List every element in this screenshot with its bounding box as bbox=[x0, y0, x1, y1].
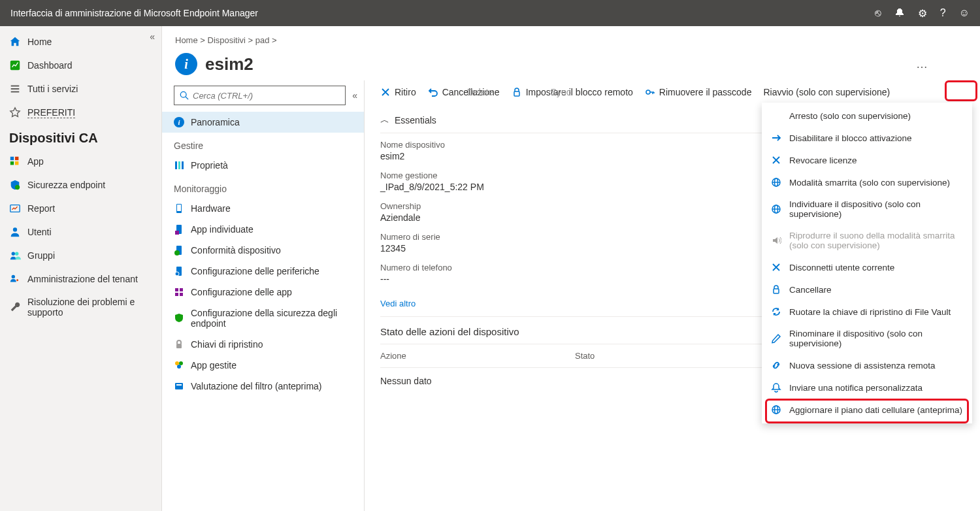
svg-point-23 bbox=[175, 272, 179, 276]
nav-item-list[interactable]: Tutti i servizi bbox=[0, 77, 161, 101]
monitor-icon-4 bbox=[174, 287, 184, 297]
subnav-label: App individuate bbox=[191, 224, 253, 235]
menu-item-6[interactable]: Disconnetti utente corrente bbox=[762, 256, 972, 278]
nav-item-star[interactable]: PREFERITI bbox=[0, 101, 161, 124]
svg-rect-14 bbox=[178, 161, 180, 169]
lock-icon bbox=[771, 284, 781, 295]
refresh-icon bbox=[771, 306, 781, 317]
toolbar-riavvio[interactable]: Riavvio (solo con supervisione) bbox=[763, 87, 890, 97]
collapse-subnav-icon[interactable]: « bbox=[352, 90, 357, 101]
globe-icon bbox=[771, 204, 781, 214]
sound-icon bbox=[771, 235, 781, 246]
svg-rect-24 bbox=[175, 288, 178, 291]
left-nav: « HomeDashboardTutti i serviziPREFERITI … bbox=[0, 26, 162, 511]
monitor-icon-5 bbox=[174, 313, 184, 323]
more-button[interactable]: … bbox=[916, 58, 928, 71]
nav-item-dashboard[interactable]: Dashboard bbox=[0, 54, 161, 77]
menu-label: Individuare il dispositivo (solo con sup… bbox=[789, 199, 963, 219]
list-icon bbox=[9, 83, 21, 95]
nav-label: Utenti bbox=[27, 227, 52, 237]
wrench-icon bbox=[9, 301, 21, 313]
menu-item-1[interactable]: Disabilitare il blocco attivazione bbox=[762, 127, 972, 149]
nav-item-user[interactable]: Utenti bbox=[0, 220, 161, 244]
menu-label: Modalità smarrita (solo con supervisione… bbox=[789, 178, 950, 188]
menu-label: Inviare una notifica personalizzata bbox=[789, 383, 923, 393]
subnav-monitor-item[interactable]: Chiavi di ripristino bbox=[162, 334, 364, 355]
subnav-label: Proprietà bbox=[191, 160, 228, 171]
toolbar-cancellazione[interactable]: CancellazioneDelete bbox=[428, 87, 500, 97]
subnav-overview[interactable]: i Panoramica bbox=[162, 112, 364, 133]
subnav-monitor-item[interactable]: App gestite bbox=[162, 355, 364, 376]
subnav-monitor-item[interactable]: Hardware bbox=[162, 198, 364, 219]
menu-item-2[interactable]: Revocare licenze bbox=[762, 149, 972, 171]
subnav-monitor-item[interactable]: Configurazione delle app bbox=[162, 282, 364, 303]
subnav-monitor-item[interactable]: Configurazione della sicurezza degli end… bbox=[162, 303, 364, 334]
chevron-up-icon: ︿ bbox=[380, 114, 389, 126]
nav-item-shield[interactable]: Sicurezza endpoint bbox=[0, 173, 161, 197]
breadcrumb[interactable]: Home > Dispositivi > pad > bbox=[162, 26, 980, 45]
menu-item-3[interactable]: Modalità smarrita (solo con supervisione… bbox=[762, 171, 972, 193]
subnav-monitor-item[interactable]: Configurazione delle periferiche bbox=[162, 261, 364, 282]
toolbar-ritiro[interactable]: Ritiro bbox=[380, 87, 416, 97]
shield-icon bbox=[9, 179, 21, 191]
nav-label: App bbox=[27, 156, 44, 167]
user-icon bbox=[9, 226, 21, 238]
subnav-monitor-item[interactable]: Valutazione del filtro (anteprima) bbox=[162, 376, 364, 397]
nav-item-home[interactable]: Home bbox=[0, 30, 161, 54]
apps-icon bbox=[9, 156, 21, 167]
menu-item-12[interactable]: Aggiornare il piano dati cellulare (ante… bbox=[762, 399, 972, 421]
promo-icon[interactable]: ⎋ bbox=[875, 7, 881, 19]
subnav-label: Valutazione del filtro (anteprima) bbox=[191, 381, 322, 391]
menu-item-4[interactable]: Individuare il dispositivo (solo con sup… bbox=[762, 193, 972, 225]
toolbar-label: Riavvio (solo con supervisione) bbox=[763, 87, 890, 97]
notifications-icon[interactable]: 🔔︎ bbox=[894, 7, 905, 19]
nav-item-apps[interactable]: App bbox=[0, 150, 161, 173]
subnav-monitor-item[interactable]: Conformità dispositivo bbox=[162, 240, 364, 261]
svg-rect-28 bbox=[176, 344, 182, 348]
subnav-monitor-header: Monitoraggio bbox=[162, 176, 364, 198]
info-icon: i bbox=[175, 53, 197, 75]
nav-item-report[interactable]: Report bbox=[0, 197, 161, 220]
menu-label: Revocare licenze bbox=[789, 156, 857, 165]
menu-item-8[interactable]: Ruotare la chiave di ripristino di File … bbox=[762, 301, 972, 323]
collapse-leftnav-icon[interactable]: « bbox=[150, 31, 155, 42]
menu-label: Cancellare bbox=[789, 285, 832, 295]
bell-icon bbox=[771, 382, 781, 393]
menu-item-10[interactable]: Nuova sessione di assistenza remota bbox=[762, 354, 972, 376]
toolbar-impostare[interactable]: Impostare il blocco remotoSync bbox=[512, 87, 633, 97]
svg-rect-15 bbox=[182, 161, 184, 169]
subnav-label: Conformità dispositivo bbox=[191, 245, 281, 256]
svg-rect-32 bbox=[175, 383, 183, 389]
nav-label: Home bbox=[27, 37, 52, 47]
menu-item-9[interactable]: Rinominare il dispositivo (solo con supe… bbox=[762, 323, 972, 354]
search-input[interactable] bbox=[193, 91, 340, 101]
svg-point-11 bbox=[180, 91, 186, 97]
globe-icon bbox=[771, 177, 781, 188]
monitor-icon-2 bbox=[174, 245, 184, 256]
toolbar-label: Rimuovere il passcode bbox=[659, 87, 752, 97]
x-icon bbox=[380, 87, 391, 97]
toolbar-label: Impostare il blocco remoto bbox=[526, 87, 633, 97]
menu-item-0[interactable]: Arresto (solo con supervisione) bbox=[762, 105, 972, 127]
svg-rect-19 bbox=[175, 231, 179, 235]
subnav-manage-item[interactable]: Proprietà bbox=[162, 155, 364, 176]
menu-item-7[interactable]: Cancellare bbox=[762, 278, 972, 301]
menu-item-11[interactable]: Inviare una notifica personalizzata bbox=[762, 376, 972, 399]
feedback-icon[interactable]: ☺ bbox=[959, 7, 970, 19]
svg-point-21 bbox=[174, 250, 180, 256]
nav-item-wrench[interactable]: Risoluzione dei problemi e supporto bbox=[0, 291, 161, 323]
nav-item-tenant[interactable]: Amministrazione del tenant bbox=[0, 267, 161, 291]
nav-label: PREFERITI bbox=[27, 107, 75, 118]
help-icon[interactable]: ? bbox=[940, 7, 946, 19]
search-box[interactable] bbox=[174, 86, 346, 105]
toolbar: RitiroCancellazioneDeleteImpostare il bl… bbox=[365, 80, 980, 104]
svg-point-31 bbox=[177, 365, 181, 369]
nav-label: Sicurezza endpoint bbox=[27, 180, 105, 190]
monitor-icon-1 bbox=[174, 224, 184, 235]
toolbar-rimuovere[interactable]: Rimuovere il passcode bbox=[645, 87, 752, 97]
subnav-monitor-item[interactable]: App individuate bbox=[162, 219, 364, 240]
settings-icon[interactable]: ⚙ bbox=[918, 7, 927, 20]
topbar: Interfaccia di amministrazione di Micros… bbox=[0, 0, 980, 26]
nav-item-groups[interactable]: Gruppi bbox=[0, 244, 161, 267]
report-icon bbox=[9, 203, 21, 214]
